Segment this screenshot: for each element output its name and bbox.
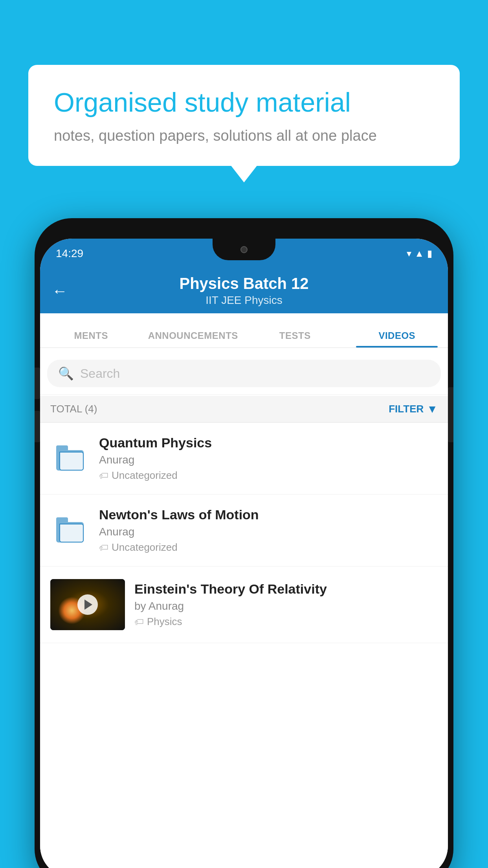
status-bar: 14:29 ▾ ▲ ▮ (40, 239, 448, 268)
item-title: Quantum Physics (99, 435, 438, 451)
filter-bar: TOTAL (4) FILTER ▼ (40, 396, 448, 423)
filter-icon: ▼ (427, 403, 438, 416)
item-content: Newton's Laws of Motion Anurag 🏷 Uncateg… (99, 507, 438, 554)
tag-label: Uncategorized (112, 469, 178, 482)
play-icon (84, 600, 92, 610)
content-list: Quantum Physics Anurag 🏷 Uncategorized (40, 423, 448, 868)
item-author: by Anurag (134, 600, 438, 612)
header-subtitle: IIT JEE Physics (205, 294, 283, 307)
volume-down-button[interactable] (35, 411, 40, 442)
tag-label: Physics (147, 616, 182, 628)
back-button[interactable]: ← (52, 282, 68, 300)
item-tag: 🏷 Uncategorized (99, 469, 438, 482)
folder-icon (56, 446, 84, 471)
total-count: TOTAL (4) (50, 403, 97, 415)
search-icon: 🔍 (58, 366, 74, 381)
list-item[interactable]: Einstein's Theory Of Relativity by Anura… (40, 566, 448, 643)
list-item[interactable]: Quantum Physics Anurag 🏷 Uncategorized (40, 423, 448, 495)
camera (240, 246, 248, 253)
tabs-bar: MENTS ANNOUNCEMENTS TESTS VIDEOS (40, 313, 448, 348)
header-title: Physics Batch 12 (179, 275, 308, 292)
search-bar-container: 🔍 Search (40, 353, 448, 395)
item-author: Anurag (99, 526, 438, 538)
item-icon (50, 518, 90, 542)
tag-icon: 🏷 (99, 542, 108, 553)
speech-bubble: Organised study material notes, question… (28, 65, 460, 166)
volume-up-button[interactable] (35, 368, 40, 399)
tab-announcements[interactable]: ANNOUNCEMENTS (142, 330, 244, 348)
folder-icon (56, 518, 84, 542)
item-icon (50, 446, 90, 471)
speech-bubble-title: Organised study material (54, 86, 434, 119)
signal-icon: ▲ (415, 248, 424, 259)
app-header: ← Physics Batch 12 IIT JEE Physics (40, 268, 448, 313)
item-author: Anurag (99, 454, 438, 466)
battery-icon: ▮ (427, 248, 432, 259)
item-content: Quantum Physics Anurag 🏷 Uncategorized (99, 435, 438, 482)
tab-tests[interactable]: TESTS (244, 330, 346, 348)
item-tag: 🏷 Uncategorized (99, 541, 438, 554)
item-title: Newton's Laws of Motion (99, 507, 438, 522)
wifi-icon: ▾ (407, 248, 411, 259)
power-button[interactable] (448, 387, 453, 442)
play-button[interactable] (77, 594, 98, 615)
status-time: 14:29 (56, 247, 83, 260)
tag-label: Uncategorized (112, 541, 178, 554)
filter-button[interactable]: FILTER ▼ (389, 403, 438, 416)
notch (213, 239, 275, 260)
phone-frame: 14:29 ▾ ▲ ▮ ← Physics Batch 12 IIT JEE P… (35, 218, 453, 868)
speech-bubble-container: Organised study material notes, question… (28, 65, 460, 166)
item-title: Einstein's Theory Of Relativity (134, 581, 438, 597)
item-content: Einstein's Theory Of Relativity by Anura… (134, 581, 438, 628)
status-icons: ▾ ▲ ▮ (407, 248, 432, 259)
tab-ments[interactable]: MENTS (40, 330, 142, 348)
speech-bubble-subtitle: notes, question papers, solutions all at… (54, 127, 434, 144)
search-bar[interactable]: 🔍 Search (47, 360, 441, 387)
search-input[interactable]: Search (80, 366, 120, 381)
item-tag: 🏷 Physics (134, 616, 438, 628)
video-thumbnail (50, 579, 125, 630)
phone-screen: 14:29 ▾ ▲ ▮ ← Physics Batch 12 IIT JEE P… (40, 239, 448, 868)
tab-videos[interactable]: VIDEOS (346, 330, 448, 348)
tag-icon: 🏷 (99, 470, 108, 481)
filter-label: FILTER (389, 403, 424, 415)
tag-icon: 🏷 (134, 616, 144, 627)
list-item[interactable]: Newton's Laws of Motion Anurag 🏷 Uncateg… (40, 495, 448, 566)
